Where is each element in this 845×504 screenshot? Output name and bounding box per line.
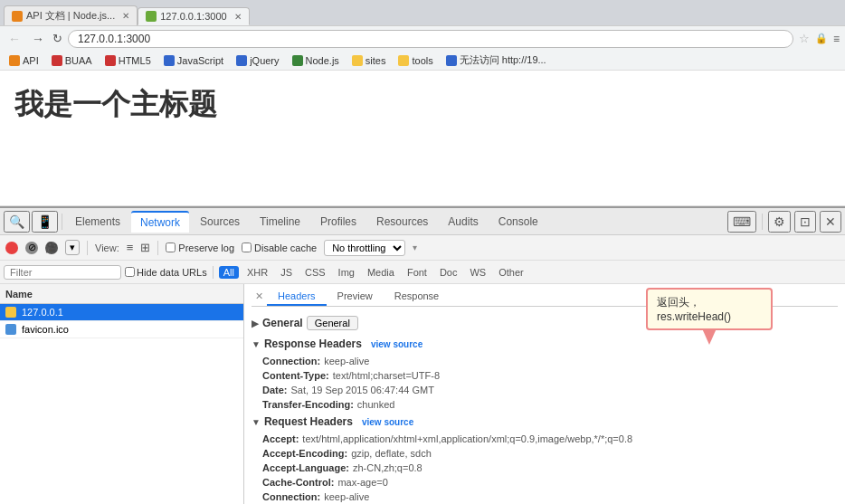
general-button[interactable]: General [307,316,358,330]
rqh-cc-key: Cache-Control: [262,477,334,488]
detail-panel: 返回头， res.writeHead() ✕ Headers Preview R… [244,284,845,504]
view-list-button[interactable]: ≡ [127,241,134,254]
tab-network[interactable]: Network [131,211,189,233]
filter-ws[interactable]: WS [465,266,490,279]
tab-favicon-1 [12,11,23,22]
filter-font[interactable]: Font [403,266,432,279]
reload-button[interactable]: ↻ [52,32,62,45]
tab-close-2[interactable]: ✕ [234,12,242,22]
record-button[interactable] [5,242,18,254]
network-item-icon-favicon [5,324,16,335]
chrome-menu-button[interactable]: ≡ [833,33,840,45]
request-header-cache-control: Cache-Control: max-age=0 [252,475,838,490]
tab-resources[interactable]: Resources [367,212,437,232]
stop-button[interactable]: ⊘ [25,242,38,254]
tab-sources[interactable]: Sources [191,212,249,232]
rh-date-key: Date: [262,385,288,395]
devtools-close-icon[interactable]: ✕ [820,211,841,233]
bookmark-html5-favicon [105,55,116,66]
toolbar-sep-1 [87,241,88,255]
bookmark-jquery-label: jQuery [250,55,279,66]
detail-close-icon[interactable]: ✕ [252,288,267,306]
tab-profiles[interactable]: Profiles [311,212,366,232]
tab-close-1[interactable]: ✕ [122,11,129,21]
camera-button[interactable]: 🎥 [45,242,58,254]
bookmark-jquery-favicon [236,55,247,66]
response-headers-label: Response Headers [264,338,362,350]
bookmark-buaa-label: BUAA [65,55,92,66]
filter-css[interactable]: CSS [300,266,330,279]
request-header-accept: Accept: text/html,application/xhtml+xml,… [252,432,838,446]
view-grid-button[interactable]: ⊞ [140,241,150,254]
filter-doc[interactable]: Doc [435,266,462,279]
filter-js[interactable]: JS [276,266,297,279]
filter-all[interactable]: All [219,266,239,279]
response-headers-view-source[interactable]: view source [371,339,422,349]
request-headers-label: Request Headers [264,415,353,428]
network-item-root[interactable]: 127.0.0.1 [0,304,243,321]
detail-tab-preview[interactable]: Preview [327,288,384,306]
filter-other[interactable]: Other [494,266,528,279]
rh-connection-val: keep-alive [324,356,369,366]
tab-favicon-2 [146,11,157,22]
bookmark-buaa-favicon [52,55,62,66]
tab-audits[interactable]: Audits [439,212,487,232]
bookmark-sites[interactable]: sites [348,54,390,67]
network-item-favicon[interactable]: favicon.ico [0,321,243,338]
detail-tab-headers[interactable]: Headers [267,288,327,306]
devtools-console-icon[interactable]: ⌨ [727,211,756,233]
bookmarks-bar: API BUAA HTML5 JavaScript jQuery Node.js… [0,51,845,71]
bookmark-noaccess-label: 无法访问 http://19... [460,53,546,67]
devtools-settings-icon[interactable]: ⚙ [768,211,791,233]
tab-console[interactable]: Console [489,212,547,232]
disable-cache-checkbox[interactable] [242,242,252,252]
filter-button[interactable]: ▾ [65,240,80,255]
tab-elements[interactable]: Elements [66,212,129,232]
network-item-label-root: 127.0.0.1 [22,307,63,318]
bookmark-jquery[interactable]: jQuery [233,54,282,67]
tab-1[interactable]: API 文档 | Node.js... ✕ [4,5,138,25]
name-column-header: Name [5,289,33,300]
filter-xhr[interactable]: XHR [242,266,272,279]
rqh-al-val: zh-CN,zh;q=0.8 [353,462,422,473]
bookmark-noaccess[interactable]: 无法访问 http://19... [442,52,550,68]
browser-menu-icons: ≡ [833,33,840,45]
preserve-log-checkbox[interactable] [166,242,176,252]
url-input[interactable] [68,30,793,48]
bookmark-nodejs-label: Node.js [306,55,339,66]
bookmark-star-button[interactable]: ☆ [799,32,810,45]
forward-button[interactable]: → [29,32,47,46]
bookmark-api[interactable]: API [5,54,43,67]
bookmark-tools[interactable]: tools [394,54,436,67]
bookmark-sites-favicon [352,55,363,66]
request-header-connection: Connection: keep-alive [252,490,838,504]
page-content: 我是一个主标题 [0,71,845,206]
bookmark-js[interactable]: JavaScript [160,54,227,67]
tab-label-2: 127.0.0.1:3000 [160,11,226,22]
devtools-mobile-icon[interactable]: 📱 [32,211,58,233]
rqh-accept-val: text/html,application/xhtml+xml,applicat… [302,433,632,444]
bookmark-buaa[interactable]: BUAA [48,54,96,67]
tooltip-line1: 返回头， [657,295,762,310]
request-headers-view-source[interactable]: view source [362,417,413,427]
throttle-select[interactable]: No throttling [324,240,405,256]
response-headers-toggle[interactable]: ▼ [252,339,261,349]
rh-connection-key: Connection: [262,356,320,366]
devtools-dock-icon[interactable]: ⊡ [794,211,816,233]
devtools-search-icon[interactable]: 🔍 [4,211,30,233]
bookmark-noaccess-favicon [446,55,457,66]
back-button[interactable]: ← [5,32,24,46]
detail-tab-response[interactable]: Response [384,288,451,306]
hide-data-urls-checkbox[interactable] [125,267,135,277]
filter-input[interactable] [4,265,121,280]
bookmark-nodejs[interactable]: Node.js [289,54,343,67]
tab-timeline[interactable]: Timeline [251,212,309,232]
bookmark-html5[interactable]: HTML5 [101,54,155,67]
general-toggle[interactable]: ▶ [252,319,259,328]
tab-2[interactable]: 127.0.0.1:3000 ✕ [138,7,249,25]
request-header-accept-encoding: Accept-Encoding: gzip, deflate, sdch [252,446,838,461]
rh-date-val: Sat, 19 Sep 2015 06:47:44 GMT [291,385,434,395]
request-headers-toggle[interactable]: ▼ [252,417,261,427]
filter-media[interactable]: Media [363,266,399,279]
filter-img[interactable]: Img [334,266,359,279]
